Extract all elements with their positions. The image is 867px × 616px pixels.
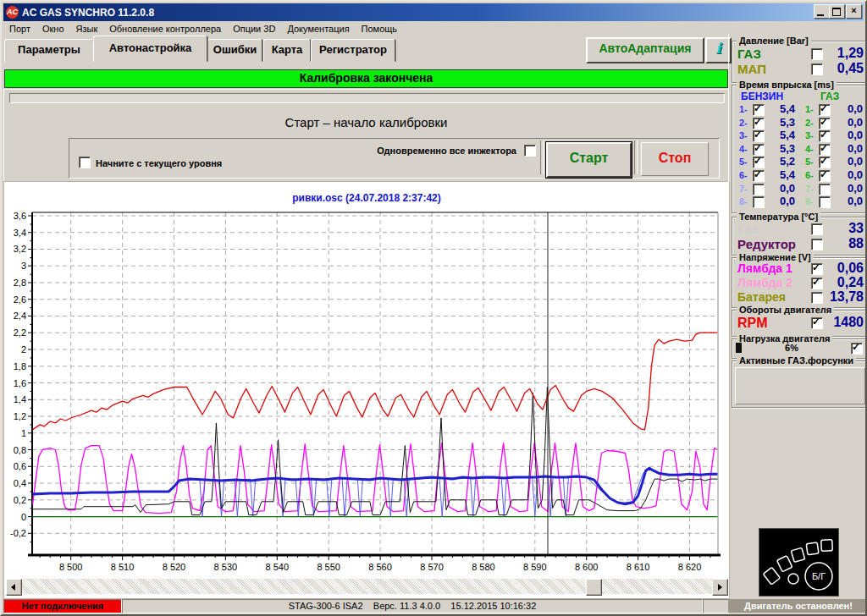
scroll-left-button[interactable] — [6, 579, 22, 596]
y-axis-label: 0,8 — [4, 445, 26, 455]
grp-temp-label-1: Газ — [737, 222, 758, 236]
grp-volt-value-2: 0,24 — [837, 275, 864, 290]
y-axis-label: 2,8 — [4, 278, 26, 288]
benzin-row-num-5: 5- — [739, 157, 748, 167]
x-axis-label: 8 510 — [101, 562, 145, 572]
start-button[interactable]: Старт — [546, 142, 632, 178]
window-title: AC GAS SYNCHRO 11.2.0.8 — [22, 7, 154, 19]
chart-plot-area[interactable] — [28, 211, 721, 561]
gas-checkbox-4[interactable] — [819, 144, 831, 156]
menu-item-5[interactable]: Опции 3D — [227, 22, 281, 34]
scrollbar-thumb[interactable] — [586, 579, 602, 596]
gas-row-num-2: 2- — [805, 118, 814, 128]
grp-rpm-value-1: 1480 — [833, 315, 864, 330]
grp-rpm-checkbox-1[interactable] — [811, 317, 823, 329]
benzin-checkbox-7[interactable] — [753, 184, 765, 195]
temperature-group: Температура [°C] Газ33Редуктор88 — [732, 217, 867, 256]
gas-checkbox-2[interactable] — [819, 118, 831, 129]
grp-pressure-checkbox-1[interactable] — [811, 48, 823, 60]
petrol-gas-switch-logo: Б/Г — [759, 528, 839, 597]
gas-checkbox-8[interactable] — [819, 196, 831, 208]
benzin-value-4: 5,3 — [770, 142, 795, 155]
menu-item-1[interactable]: Порт — [3, 22, 36, 34]
grp-pressure-checkbox-2[interactable] — [811, 63, 823, 75]
grp-temp-checkbox-1[interactable] — [811, 223, 823, 235]
benzin-value-8: 0,0 — [770, 195, 795, 207]
gas-checkbox-3[interactable] — [819, 130, 831, 142]
start-from-current-checkbox[interactable] — [79, 157, 91, 168]
load-checkbox[interactable] — [851, 343, 863, 355]
close-button[interactable]: × — [846, 4, 862, 19]
gas-value-3: 0,0 — [837, 129, 863, 141]
gas-checkbox-7[interactable] — [819, 184, 831, 195]
restore-button[interactable] — [829, 4, 845, 19]
gas-value-8: 0,0 — [837, 195, 863, 207]
tab-параметры[interactable]: Параметры — [4, 39, 94, 62]
benzin-checkbox-8[interactable] — [753, 196, 765, 208]
menu-item-7[interactable]: Помощь — [356, 22, 404, 34]
all-injectors-checkbox[interactable] — [524, 145, 536, 157]
grp-volt-value-3: 13,78 — [830, 289, 864, 305]
tab-карта[interactable]: Карта — [263, 39, 311, 62]
benzin-column-header: БЕНЗИН — [741, 91, 783, 102]
menu-item-6[interactable]: Документация — [281, 22, 355, 34]
y-axis-label: -0,2 — [4, 528, 26, 538]
gas-row-num-8: 8- — [805, 196, 814, 206]
scroll-right-button[interactable] — [712, 579, 728, 596]
tab-автонастройка[interactable]: Автонастройка — [93, 36, 207, 62]
injection-group-title: Время впрыска [ms] — [737, 80, 837, 90]
tab-ошибки[interactable]: Ошибки — [207, 39, 262, 62]
gas-checkbox-6[interactable] — [819, 170, 831, 182]
gas-row-num-6: 6- — [805, 170, 814, 180]
y-axis-label: 1,8 — [4, 361, 26, 371]
gas-row-num-5: 5- — [805, 157, 814, 167]
grp-volt-checkbox-2[interactable] — [811, 278, 823, 289]
stop-button[interactable]: Стоп — [641, 142, 709, 176]
benzin-checkbox-4[interactable] — [753, 144, 765, 156]
y-axis-label: 1,4 — [4, 394, 26, 404]
device-version: Верс. 11.3 4.0.0 — [373, 601, 440, 611]
calibration-panel: Старт – начало калибровки Начните с теку… — [3, 89, 729, 182]
gas-checkbox-5[interactable] — [819, 157, 831, 168]
benzin-row-num-7: 7- — [739, 184, 748, 194]
benzin-checkbox-3[interactable] — [753, 130, 765, 142]
x-axis-label: 8 550 — [306, 562, 351, 572]
gas-checkbox-1[interactable] — [819, 104, 831, 116]
y-axis-label: 3 — [4, 261, 26, 271]
restore-icon — [832, 8, 841, 16]
title-bar[interactable]: AC AC GAS SYNCHRO 11.2.0.8 — [3, 3, 864, 21]
active-injectors-box — [735, 367, 865, 404]
tab-регистратор[interactable]: Регистратор — [311, 39, 395, 62]
benzin-checkbox-1[interactable] — [753, 104, 765, 116]
benzin-checkbox-2[interactable] — [753, 118, 765, 129]
separator — [540, 140, 544, 174]
pressure-group: Давление [Bar] ГАЗ1,29МАП0,45 — [732, 41, 867, 83]
series-лямбда-2-мгновен — [33, 469, 718, 516]
grp-volt-checkbox-1[interactable] — [811, 263, 823, 275]
gas-value-5: 0,0 — [837, 155, 863, 168]
benzin-checkbox-6[interactable] — [753, 170, 765, 182]
autoadaptation-button[interactable]: АвтоАдаптация — [586, 37, 704, 63]
benzin-row-num-8: 8- — [739, 196, 748, 206]
app-logo-icon: AC — [6, 6, 19, 19]
chart-scrollbar[interactable] — [6, 579, 728, 594]
series-давление-газа — [33, 333, 718, 430]
grp-volt-checkbox-3[interactable] — [811, 292, 823, 304]
y-axis-label: 2,6 — [4, 294, 26, 305]
y-axis-label: 1,2 — [4, 411, 26, 421]
device-model: STAG-300-6 ISA2 — [289, 601, 363, 611]
menu-item-2[interactable]: Окно — [36, 22, 70, 34]
injection-time-group: Время впрыска [ms] БЕНЗИН ГАЗ 1-5,41-0,0… — [732, 85, 867, 213]
grp-temp-checkbox-2[interactable] — [811, 239, 823, 250]
x-axis-label: 8 540 — [255, 562, 299, 572]
menu-item-3[interactable]: Язык — [70, 22, 104, 34]
gas-value-1: 0,0 — [837, 102, 863, 115]
benzin-value-7: 0,0 — [770, 182, 795, 195]
menu-item-4[interactable]: Обновление контроллера — [103, 22, 227, 34]
gas-value-7: 0,0 — [837, 182, 863, 195]
benzin-checkbox-5[interactable] — [753, 157, 765, 168]
rpm-group-title: Обороты двигателя — [737, 305, 834, 315]
grp-temp-value-2: 88 — [848, 236, 864, 251]
minimize-button[interactable] — [814, 4, 830, 19]
y-axis-label: 2,4 — [4, 311, 26, 321]
